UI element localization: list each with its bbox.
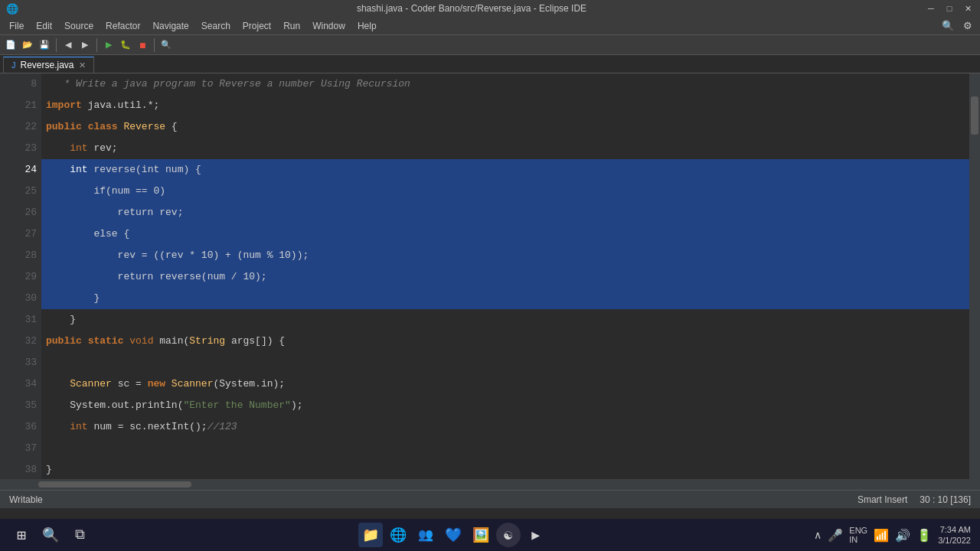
line34-sc: sc = bbox=[112, 373, 148, 395]
taskbar-up-arrow[interactable]: ∧ bbox=[814, 529, 822, 541]
taskbar-language[interactable]: ENG IN bbox=[849, 526, 867, 544]
run-button[interactable]: ▶ bbox=[101, 37, 116, 53]
line33-text bbox=[46, 352, 52, 373]
taskbar-microphone[interactable]: 🎤 bbox=[828, 528, 843, 543]
tab-label: Reverse.java bbox=[21, 60, 74, 70]
line36-rest: num = sc.nextInt(); bbox=[88, 416, 207, 438]
tab-close-button[interactable]: ✕ bbox=[79, 60, 86, 70]
start-button[interactable]: ⊞ bbox=[9, 523, 34, 547]
line24-kw: int bbox=[70, 159, 87, 181]
line32-string: String bbox=[189, 331, 225, 352]
save-button[interactable]: 💾 bbox=[37, 37, 52, 53]
line38-text: } bbox=[46, 459, 52, 479]
code-area[interactable]: * Write a java program to Reverse a numb… bbox=[41, 73, 969, 479]
taskbar-explorer[interactable]: 📁 bbox=[358, 523, 383, 547]
settings-icon[interactable]: ⚙ bbox=[959, 18, 977, 33]
status-right: Smart Insert 30 : 10 [136] bbox=[858, 494, 971, 505]
menu-file[interactable]: File bbox=[3, 19, 30, 33]
menu-edit[interactable]: Edit bbox=[30, 19, 58, 33]
taskbar-wifi[interactable]: 📶 bbox=[874, 528, 889, 543]
code-line-26: return rev; bbox=[41, 202, 969, 223]
line34-scanner: Scanner bbox=[70, 373, 112, 395]
taskbar-eclipse[interactable]: ☯ bbox=[496, 523, 521, 547]
taskbar-right: ∧ 🎤 ENG IN 📶 🔊 🔋 7:34 AM 3/1/2022 bbox=[814, 524, 971, 546]
forward-button[interactable]: ▶ bbox=[77, 37, 93, 53]
line28-text: rev = ((rev * 10) + (num % 10)); bbox=[46, 245, 309, 266]
linenum-38: 38 bbox=[12, 459, 41, 479]
line26-text: return rev; bbox=[46, 202, 183, 223]
taskbar-teams[interactable]: 👥 bbox=[413, 523, 438, 547]
code-line-22: public class Reverse { bbox=[41, 116, 969, 138]
taskbar-battery[interactable]: 🔋 bbox=[916, 528, 932, 543]
titlebar-icon: 🌐 bbox=[6, 3, 18, 15]
menu-source[interactable]: Source bbox=[58, 19, 100, 33]
code-line-32: public static void main(String args[]) { bbox=[41, 331, 969, 352]
open-button[interactable]: 📂 bbox=[20, 37, 35, 53]
code-line-21: import java.util.*; bbox=[41, 95, 969, 116]
maximize-button[interactable]: □ bbox=[943, 2, 956, 15]
status-left: Writable bbox=[9, 494, 43, 505]
line23-var: rev; bbox=[88, 138, 118, 159]
search-toolbar[interactable]: 🔍 bbox=[937, 18, 959, 33]
menu-navigate[interactable]: Navigate bbox=[146, 19, 194, 33]
hscroll-thumb[interactable] bbox=[38, 481, 191, 487]
menu-window[interactable]: Window bbox=[306, 19, 351, 33]
taskbar-search[interactable]: 🔍 bbox=[38, 523, 63, 547]
linenum-31: 31 bbox=[12, 309, 41, 331]
code-line-37 bbox=[41, 438, 969, 459]
menu-project[interactable]: Project bbox=[237, 19, 277, 33]
code-line-25: if(num == 0) bbox=[41, 181, 969, 202]
linenum-32: 32 bbox=[12, 331, 41, 352]
menu-refactor[interactable]: Refactor bbox=[100, 19, 146, 33]
line32-sp2 bbox=[123, 331, 129, 352]
menu-run[interactable]: Run bbox=[277, 19, 306, 33]
status-writable: Writable bbox=[9, 494, 43, 505]
linenum-28: 28 bbox=[12, 245, 41, 266]
line34-scanner2: Scanner bbox=[172, 373, 214, 395]
code-line-29: return reverse(num / 10); bbox=[41, 266, 969, 288]
clock-time: 7:34 AM bbox=[938, 524, 971, 535]
right-scrollbar[interactable] bbox=[969, 73, 980, 479]
taskbar-taskview[interactable]: ⧉ bbox=[67, 523, 92, 547]
statusbar: Writable Smart Insert 30 : 10 [136] bbox=[0, 490, 980, 508]
taskbar-vscode[interactable]: 💙 bbox=[441, 523, 466, 547]
horizontal-scrollbar[interactable] bbox=[0, 479, 980, 490]
code-line-31: } bbox=[41, 309, 969, 331]
minimize-button[interactable]: ─ bbox=[925, 2, 937, 15]
scroll-thumb[interactable] bbox=[971, 96, 978, 135]
sep2 bbox=[96, 38, 97, 52]
tab-reverse-java[interactable]: J Reverse.java ✕ bbox=[3, 57, 94, 73]
line32-kw2: static bbox=[88, 331, 124, 352]
line22-kw2: class bbox=[88, 116, 118, 138]
titlebar-title: shashi.java - Coder Bano/src/Reverse.jav… bbox=[357, 3, 586, 14]
linenum-8: 8 bbox=[12, 73, 41, 95]
taskbar-terminal[interactable]: ▶ bbox=[524, 523, 548, 547]
line24-method: reverse(int num) { bbox=[88, 159, 201, 181]
stop-button[interactable]: ⏹ bbox=[135, 37, 150, 53]
line30-text: } bbox=[46, 288, 100, 309]
taskbar-browser[interactable]: 🌐 bbox=[386, 523, 410, 547]
code-line-28: rev = ((rev * 10) + (num % 10)); bbox=[41, 245, 969, 266]
close-button[interactable]: ✕ bbox=[962, 2, 974, 15]
linenum-33: 33 bbox=[12, 352, 41, 373]
line36-int: int bbox=[70, 416, 87, 438]
debug-button[interactable]: 🐛 bbox=[118, 37, 133, 53]
line34-system: (System.in); bbox=[213, 373, 285, 395]
menu-search[interactable]: Search bbox=[195, 19, 237, 33]
taskbar-sound[interactable]: 🔊 bbox=[895, 528, 910, 543]
code-line-34: Scanner sc = new Scanner(System.in); bbox=[41, 373, 969, 395]
line34-new: new bbox=[148, 373, 165, 395]
back-button[interactable]: ◀ bbox=[60, 37, 76, 53]
new-button[interactable]: 📄 bbox=[3, 37, 18, 53]
titlebar-controls: ─ □ ✕ bbox=[925, 2, 974, 15]
linenum-24: 24 bbox=[12, 159, 41, 181]
menu-help[interactable]: Help bbox=[351, 19, 383, 33]
search-button[interactable]: 🔍 bbox=[158, 37, 174, 53]
taskbar-clock[interactable]: 7:34 AM 3/1/2022 bbox=[938, 524, 971, 546]
linenum-37: 37 bbox=[12, 438, 41, 459]
line22-classname: Reverse bbox=[123, 116, 165, 138]
line35-close: ); bbox=[291, 395, 303, 416]
line35-str: "Enter the Number" bbox=[183, 395, 290, 416]
editor-main: 8 21 22 23 24 25 26 27 28 29 30 31 32 33… bbox=[12, 73, 969, 479]
taskbar-avatar[interactable]: 🖼️ bbox=[469, 523, 493, 547]
